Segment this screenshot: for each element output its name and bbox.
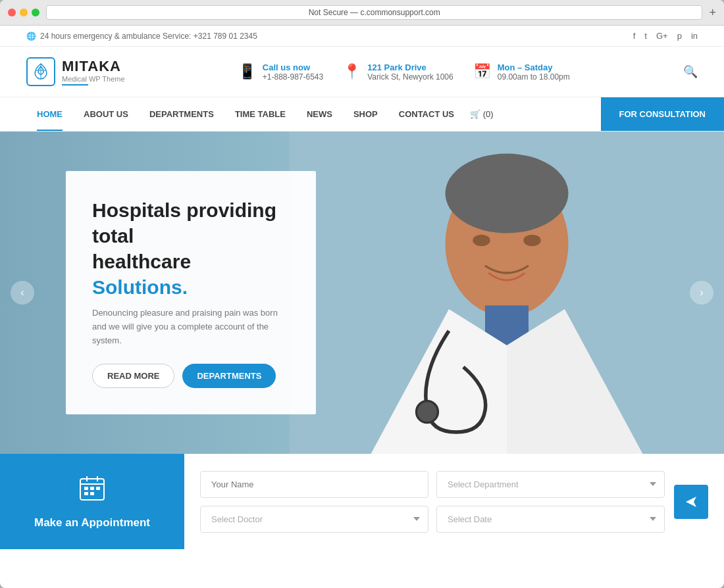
nav-item-departments[interactable]: DEPARTMENTS xyxy=(139,97,224,131)
hero-title-line1: Hospitals providing total xyxy=(92,199,276,247)
info-call: 📱 Call us now +1-888-987-6543 xyxy=(238,62,323,82)
hero-buttons: READ MORE DEPARTMENTS xyxy=(92,364,290,388)
appointment-left: Make an Appointment xyxy=(0,454,184,549)
logo-text: MITAKA Medical WP Theme xyxy=(62,58,125,86)
traffic-light-red[interactable] xyxy=(8,9,16,16)
read-more-button[interactable]: READ MORE xyxy=(92,364,174,388)
emergency-info: 🌐 24 hours emergency & ambulance Service… xyxy=(26,32,257,41)
nav-items: HOME ABOUT US DEPARTMENTS TIME TABLE NEW… xyxy=(0,97,601,131)
department-select[interactable]: Select Department xyxy=(436,471,665,498)
traffic-lights xyxy=(8,9,39,16)
nav-item-contact[interactable]: CONTACT US xyxy=(388,97,465,131)
hero-title: Hospitals providing total healthcare Sol… xyxy=(92,197,290,300)
date-select[interactable]: Select Date xyxy=(436,506,665,533)
address-label: 121 Park Drive xyxy=(367,62,453,72)
call-number: +1-888-987-6543 xyxy=(263,72,323,82)
new-tab-button[interactable]: + xyxy=(709,6,716,20)
social-links: f t G+ p in xyxy=(633,31,698,41)
name-input[interactable] xyxy=(200,471,428,498)
call-details: Call us now +1-888-987-6543 xyxy=(263,62,323,82)
nav-item-home[interactable]: HOME xyxy=(26,97,73,131)
address-value: Varick St, Newyork 1006 xyxy=(367,72,453,82)
calendar-icon: 📅 xyxy=(473,63,491,80)
hero-title-highlight: Solutions. xyxy=(92,276,188,298)
hero-next-button[interactable]: › xyxy=(690,281,713,305)
emergency-text: 24 hours emergency & ambulance Service: … xyxy=(40,32,257,41)
doctor-select[interactable]: Select Doctor xyxy=(200,506,428,533)
logo: MITAKA Medical WP Theme xyxy=(26,57,125,86)
appointment-calendar-icon xyxy=(78,474,107,508)
address-details: 121 Park Drive Varick St, Newyork 1006 xyxy=(367,62,453,82)
info-address: 📍 121 Park Drive Varick St, Newyork 1006 xyxy=(343,62,453,82)
top-bar: 🌐 24 hours emergency & ambulance Service… xyxy=(0,26,724,47)
logo-underline xyxy=(62,84,88,86)
pinterest-link[interactable]: p xyxy=(677,31,682,41)
hero-image-area xyxy=(290,132,724,454)
facebook-link[interactable]: f xyxy=(633,31,636,41)
hero-content: Hospitals providing total healthcare Sol… xyxy=(66,171,316,414)
browser-window: Not Secure — c.commonsupport.com + 🌐 24 … xyxy=(0,0,724,588)
cart-icon[interactable]: 🛒 (0) xyxy=(465,97,499,131)
traffic-light-yellow[interactable] xyxy=(20,9,28,16)
header: MITAKA Medical WP Theme 📱 Call us now +1… xyxy=(0,47,724,97)
submit-icon xyxy=(685,495,698,508)
nav-item-about[interactable]: ABOUT US xyxy=(73,97,139,131)
consultation-button[interactable]: FOR CONSULTATION xyxy=(601,97,724,131)
hours-details: Mon – Satday 09.00am to 18.00pm xyxy=(498,62,570,82)
hero-prev-button[interactable]: ‹ xyxy=(11,281,34,305)
svg-point-6 xyxy=(446,154,569,233)
svg-point-10 xyxy=(417,401,438,423)
hero-description: Denouncing pleasure and praising pain wa… xyxy=(92,306,290,347)
nav-item-shop[interactable]: SHOP xyxy=(343,97,388,131)
svg-rect-20 xyxy=(84,492,88,495)
hours-value: 09.00am to 18.00pm xyxy=(498,72,570,82)
svg-rect-17 xyxy=(84,487,88,490)
hero-section: ‹ › Hospitals providing total healthcare… xyxy=(0,132,724,454)
svg-rect-19 xyxy=(96,487,100,490)
appointment-form: Select Department Select Doctor Select D… xyxy=(184,454,724,549)
url-bar[interactable]: Not Secure — c.commonsupport.com xyxy=(46,5,702,20)
search-icon[interactable]: 🔍 xyxy=(683,64,698,79)
logo-icon xyxy=(26,57,55,86)
appointment-section: Make an Appointment Select Department Se… xyxy=(0,454,724,549)
logo-subtitle: Medical WP Theme xyxy=(62,75,125,83)
svg-rect-18 xyxy=(90,487,94,490)
phone-icon: 📱 xyxy=(238,63,256,80)
form-grid: Select Department Select Doctor Select D… xyxy=(200,471,665,533)
googleplus-link[interactable]: G+ xyxy=(656,31,668,41)
hours-label: Mon – Satday xyxy=(498,62,570,72)
main-nav: HOME ABOUT US DEPARTMENTS TIME TABLE NEW… xyxy=(0,97,724,132)
hero-title-line2: healthcare xyxy=(92,251,191,272)
nav-item-timetable[interactable]: TIME TABLE xyxy=(224,97,296,131)
linkedin-link[interactable]: in xyxy=(691,31,698,41)
svg-rect-21 xyxy=(90,492,94,495)
call-label: Call us now xyxy=(263,62,323,72)
info-hours: 📅 Mon – Satday 09.00am to 18.00pm xyxy=(473,62,570,82)
twitter-link[interactable]: t xyxy=(644,31,647,41)
emergency-icon: 🌐 xyxy=(26,32,36,41)
location-icon: 📍 xyxy=(343,63,361,80)
svg-point-12 xyxy=(523,235,540,247)
departments-button[interactable]: DEPARTMENTS xyxy=(182,364,276,388)
traffic-light-green[interactable] xyxy=(32,9,39,16)
header-info: 📱 Call us now +1-888-987-6543 📍 121 Park… xyxy=(238,62,570,82)
svg-point-11 xyxy=(473,235,490,247)
browser-chrome: Not Secure — c.commonsupport.com + xyxy=(0,0,724,26)
appointment-title: Make an Appointment xyxy=(34,516,150,529)
appointment-submit-button[interactable] xyxy=(674,485,708,519)
nav-item-news[interactable]: NEWS xyxy=(296,97,343,131)
logo-name: MITAKA xyxy=(62,58,125,75)
